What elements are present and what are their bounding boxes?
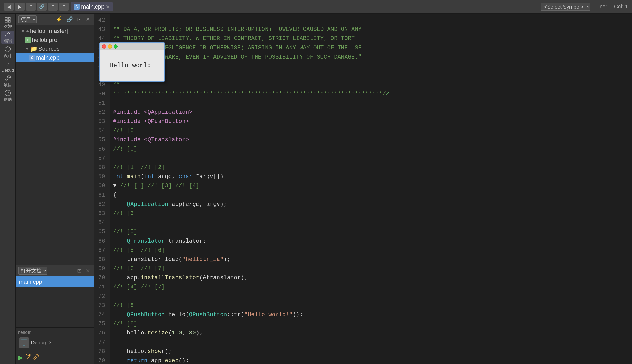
tree-item-hellotr-pro[interactable]: P hellotr.pro xyxy=(16,36,94,44)
pro-file-icon: P xyxy=(25,37,31,43)
app-section: hellotr Debug xyxy=(16,327,94,351)
window-button[interactable]: ⊡ xyxy=(59,3,69,11)
link-panel-button[interactable]: 🔗 xyxy=(65,16,74,23)
back-button[interactable]: ◀ xyxy=(4,3,14,11)
link-button[interactable]: 🔗 xyxy=(37,3,47,11)
sidebar-icons: 欢迎 编辑 设计 Debug 项目 帮助 xyxy=(0,14,16,364)
tree-label-main-cpp: main.cpp xyxy=(36,54,59,61)
sidebar-item-welcome[interactable]: 欢迎 xyxy=(1,16,14,29)
tree-item-main-cpp[interactable]: C main.cpp xyxy=(16,53,94,62)
open-docs-header: 打开文档 ⊡ ✕ xyxy=(16,265,94,276)
hw-maximize-button[interactable] xyxy=(114,44,118,49)
svg-rect-7 xyxy=(21,340,27,344)
app-name-label: hellotr xyxy=(18,330,92,335)
app-debug-icon xyxy=(19,337,29,348)
symbol-select[interactable]: <Select Symbol> xyxy=(541,3,590,11)
app-expand-icon xyxy=(48,340,53,345)
sidebar-item-edit[interactable]: 编辑 xyxy=(1,31,14,44)
svg-point-10 xyxy=(29,354,31,356)
root-icon: ● xyxy=(26,29,29,34)
open-docs-panel: 打开文档 ⊡ ✕ main.cpp xyxy=(16,265,94,327)
sidebar-item-help[interactable]: 帮助 xyxy=(1,89,14,103)
tab-close-button[interactable]: ✕ xyxy=(106,4,110,10)
open-doc-main-cpp[interactable]: main.cpp xyxy=(16,276,94,287)
close-panel-button[interactable]: ✕ xyxy=(85,16,91,23)
svg-marker-4 xyxy=(5,46,11,52)
split-panel-button[interactable]: ⊡ xyxy=(76,16,83,23)
tree-label-sources: Sources xyxy=(38,46,60,52)
filter-button[interactable]: ⚡ xyxy=(55,16,63,23)
split-button[interactable]: ⊟ xyxy=(48,3,58,11)
build-button[interactable] xyxy=(33,353,40,362)
sidebar-item-project[interactable]: 项目 xyxy=(1,75,14,88)
tree-item-hellotr-root[interactable]: ▼ ● hellotr [master] xyxy=(16,27,94,36)
help-label: 帮助 xyxy=(4,97,12,103)
project-panel-header: 项目 ⚡ 🔗 ⊡ ✕ xyxy=(16,14,94,25)
run-button[interactable]: ▶ xyxy=(18,353,23,362)
open-docs-dropdown[interactable]: 打开文档 xyxy=(18,267,47,275)
tree-arrow-root: ▼ xyxy=(21,29,25,33)
run-buttons: ▶ xyxy=(16,351,94,364)
app-debug-name: Debug xyxy=(31,340,46,346)
project-dropdown[interactable]: 项目 xyxy=(18,15,37,23)
edit-label: 编辑 xyxy=(4,38,12,44)
tab-cpp-icon: C xyxy=(74,4,80,10)
hello-world-popup[interactable]: Hello world! xyxy=(99,42,165,82)
design-label: 设计 xyxy=(4,53,12,59)
tree-label-hellotr-pro: hellotr.pro xyxy=(32,37,57,43)
code-content: 42 43 44 45 46 47 48 49 50 51 52 53 54 5… xyxy=(94,14,632,364)
cpp-file-icon: C xyxy=(29,55,35,61)
debug-sidebar-label: Debug xyxy=(2,68,14,73)
tab-label: main.cpp xyxy=(81,3,104,10)
hello-world-text: Hello world! xyxy=(110,62,155,69)
file-tree-panel: 项目 ⚡ 🔗 ⊡ ✕ ▼ ● hellotr [master] P hellot… xyxy=(16,14,94,364)
code-editor[interactable]: 42 43 44 45 46 47 48 49 50 51 52 53 54 5… xyxy=(94,14,632,364)
open-docs-split-button[interactable]: ⊡ xyxy=(76,267,83,274)
main-content: 欢迎 编辑 设计 Debug 项目 帮助 项目 ⚡ xyxy=(0,14,632,364)
titlebar-center: C main.cpp ✕ <Select Symbol> Line: 1, Co… xyxy=(69,2,628,11)
snapshot-button[interactable]: ⊙ xyxy=(26,3,36,11)
tab-bar: C main.cpp ✕ xyxy=(71,2,537,11)
open-docs-list: main.cpp xyxy=(16,276,94,287)
sidebar-item-design[interactable]: 设计 xyxy=(1,46,14,59)
sidebar-item-debug[interactable]: Debug xyxy=(1,60,14,73)
hw-minimize-button[interactable] xyxy=(108,44,112,49)
tree-content: ▼ ● hellotr [master] P hellotr.pro ▼ 📁 S… xyxy=(16,25,94,265)
tree-arrow-sources: ▼ xyxy=(25,47,29,51)
tree-item-sources[interactable]: ▼ 📁 Sources xyxy=(16,44,94,53)
svg-rect-0 xyxy=(5,17,7,19)
hw-popup-titlebar xyxy=(100,43,164,50)
titlebar: ◀ ▶ ⊙ 🔗 ⊟ ⊡ C main.cpp ✕ <Select Symbol>… xyxy=(0,0,632,14)
svg-point-5 xyxy=(7,63,9,65)
svg-point-6 xyxy=(5,90,11,96)
code-lines[interactable]: ** DATA, OR PROFITS; OR BUSINESS INTERRU… xyxy=(110,14,632,364)
tree-label-hellotr-root: hellotr [master] xyxy=(30,28,68,35)
svg-rect-2 xyxy=(5,20,7,22)
project-label: 项目 xyxy=(4,82,12,88)
svg-rect-3 xyxy=(8,20,10,22)
sources-folder-icon: 📁 xyxy=(30,46,37,52)
hw-popup-body: Hello world! xyxy=(100,50,164,81)
tab-main-cpp[interactable]: C main.cpp ✕ xyxy=(71,2,113,11)
forward-button[interactable]: ▶ xyxy=(15,3,25,11)
debug-run-button[interactable] xyxy=(25,353,31,362)
welcome-label: 欢迎 xyxy=(4,24,12,29)
app-debug-item[interactable]: Debug xyxy=(18,336,92,349)
line-col-info: Line: 1, Col: 1 xyxy=(596,4,628,10)
svg-rect-1 xyxy=(8,17,10,19)
titlebar-nav: ◀ ▶ ⊙ 🔗 ⊟ ⊡ xyxy=(4,3,69,11)
open-docs-close-button[interactable]: ✕ xyxy=(85,267,91,274)
hw-close-button[interactable] xyxy=(102,44,106,49)
